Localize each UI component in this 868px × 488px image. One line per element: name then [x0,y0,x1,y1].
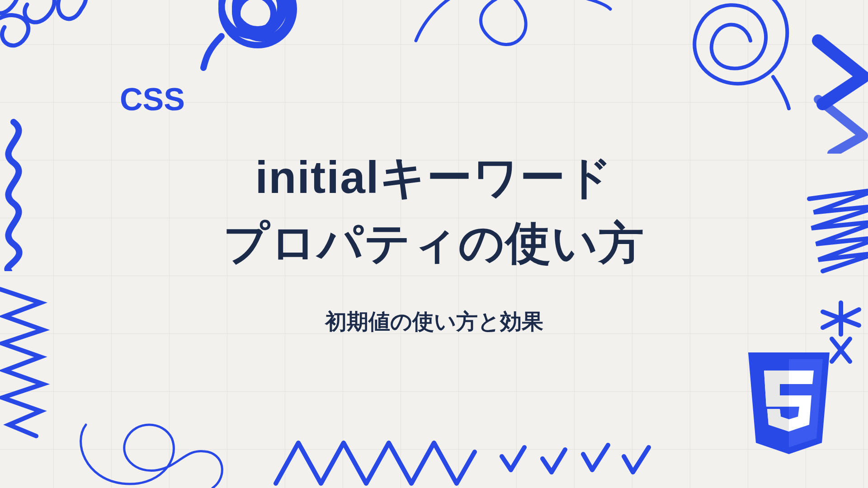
doodle-checkmarks [497,434,669,488]
title-line-2: プロパティの使い方 [223,217,645,268]
doodle-bottom-zigzag [271,429,479,488]
css3-logo-icon [741,352,836,461]
title-line-1: initialキーワード [255,152,613,202]
category-label: CSS [120,81,185,117]
doodle-bottomleft-spiral [68,416,231,488]
subtitle: 初期値の使い方と効果 [325,307,543,336]
main-title: initialキーワード プロパティの使い方 [223,145,645,276]
